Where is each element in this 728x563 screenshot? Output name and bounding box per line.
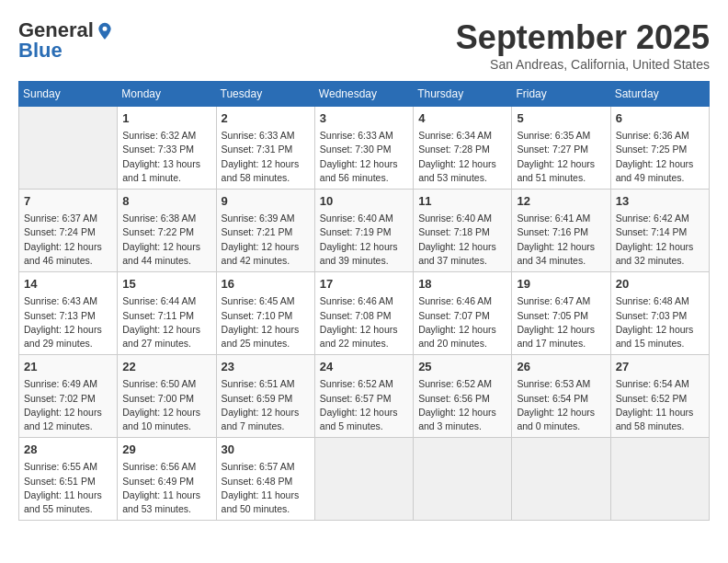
calendar-cell: 18Sunrise: 6:46 AM Sunset: 7:07 PM Dayli… bbox=[414, 272, 512, 355]
calendar-cell bbox=[414, 438, 512, 521]
day-number: 2 bbox=[222, 110, 310, 127]
calendar-cell: 30Sunrise: 6:57 AM Sunset: 6:48 PM Dayli… bbox=[216, 438, 314, 521]
day-number: 29 bbox=[122, 442, 210, 458]
day-number: 20 bbox=[616, 276, 704, 293]
calendar-cell: 7Sunrise: 6:37 AM Sunset: 7:24 PM Daylig… bbox=[19, 190, 118, 272]
day-info: Sunrise: 6:53 AM Sunset: 6:54 PM Dayligh… bbox=[517, 377, 605, 433]
calendar-cell: 12Sunrise: 6:41 AM Sunset: 7:16 PM Dayli… bbox=[512, 190, 610, 272]
page-header: General Blue September 2025 San Andreas,… bbox=[18, 18, 710, 72]
day-number: 25 bbox=[418, 359, 506, 375]
calendar-table: SundayMondayTuesdayWednesdayThursdayFrid… bbox=[18, 81, 710, 521]
day-info: Sunrise: 6:46 AM Sunset: 7:07 PM Dayligh… bbox=[418, 294, 506, 350]
calendar-cell bbox=[610, 438, 709, 521]
day-info: Sunrise: 6:36 AM Sunset: 7:25 PM Dayligh… bbox=[616, 129, 704, 185]
day-info: Sunrise: 6:42 AM Sunset: 7:14 PM Dayligh… bbox=[616, 212, 704, 268]
day-info: Sunrise: 6:43 AM Sunset: 7:13 PM Dayligh… bbox=[24, 294, 112, 350]
calendar-cell: 6Sunrise: 6:36 AM Sunset: 7:25 PM Daylig… bbox=[610, 107, 709, 190]
day-number: 10 bbox=[320, 193, 408, 210]
calendar-cell: 23Sunrise: 6:51 AM Sunset: 6:59 PM Dayli… bbox=[216, 355, 314, 438]
day-info: Sunrise: 6:55 AM Sunset: 6:51 PM Dayligh… bbox=[24, 460, 112, 516]
day-of-week-header: Thursday bbox=[414, 82, 512, 107]
day-of-week-header: Friday bbox=[512, 82, 610, 107]
calendar-cell: 20Sunrise: 6:48 AM Sunset: 7:03 PM Dayli… bbox=[610, 272, 709, 355]
day-number: 6 bbox=[616, 110, 704, 127]
day-info: Sunrise: 6:50 AM Sunset: 7:00 PM Dayligh… bbox=[122, 377, 210, 433]
calendar-week-row: 28Sunrise: 6:55 AM Sunset: 6:51 PM Dayli… bbox=[19, 438, 710, 521]
day-number: 4 bbox=[418, 110, 506, 127]
day-info: Sunrise: 6:52 AM Sunset: 6:56 PM Dayligh… bbox=[418, 377, 506, 433]
day-number: 26 bbox=[517, 359, 605, 375]
day-number: 9 bbox=[222, 193, 310, 210]
calendar-cell: 17Sunrise: 6:46 AM Sunset: 7:08 PM Dayli… bbox=[314, 272, 413, 355]
title-block: September 2025 San Andreas, California, … bbox=[456, 18, 710, 72]
calendar-cell: 8Sunrise: 6:38 AM Sunset: 7:22 PM Daylig… bbox=[118, 190, 216, 272]
day-info: Sunrise: 6:41 AM Sunset: 7:16 PM Dayligh… bbox=[517, 212, 605, 268]
day-info: Sunrise: 6:39 AM Sunset: 7:21 PM Dayligh… bbox=[222, 212, 310, 268]
logo-blue: Blue bbox=[18, 39, 63, 63]
logo-icon bbox=[96, 21, 114, 40]
day-number: 5 bbox=[517, 110, 605, 127]
day-number: 18 bbox=[418, 276, 506, 293]
month-title: September 2025 bbox=[456, 18, 710, 57]
day-number: 3 bbox=[320, 110, 408, 127]
day-info: Sunrise: 6:47 AM Sunset: 7:05 PM Dayligh… bbox=[517, 294, 605, 350]
calendar-week-row: 1Sunrise: 6:32 AM Sunset: 7:33 PM Daylig… bbox=[19, 107, 710, 190]
day-info: Sunrise: 6:35 AM Sunset: 7:27 PM Dayligh… bbox=[517, 129, 605, 185]
day-info: Sunrise: 6:33 AM Sunset: 7:30 PM Dayligh… bbox=[320, 129, 408, 185]
calendar-cell bbox=[512, 438, 610, 521]
day-number: 17 bbox=[320, 276, 408, 293]
calendar-cell: 26Sunrise: 6:53 AM Sunset: 6:54 PM Dayli… bbox=[512, 355, 610, 438]
day-info: Sunrise: 6:49 AM Sunset: 7:02 PM Dayligh… bbox=[24, 377, 112, 433]
calendar-cell: 15Sunrise: 6:44 AM Sunset: 7:11 PM Dayli… bbox=[118, 272, 216, 355]
calendar-header-row: SundayMondayTuesdayWednesdayThursdayFrid… bbox=[19, 82, 710, 107]
calendar-week-row: 14Sunrise: 6:43 AM Sunset: 7:13 PM Dayli… bbox=[19, 272, 710, 355]
calendar-cell: 3Sunrise: 6:33 AM Sunset: 7:30 PM Daylig… bbox=[314, 107, 413, 190]
day-number: 11 bbox=[418, 193, 506, 210]
location: San Andreas, California, United States bbox=[456, 57, 710, 72]
calendar-cell: 14Sunrise: 6:43 AM Sunset: 7:13 PM Dayli… bbox=[19, 272, 118, 355]
calendar-cell: 19Sunrise: 6:47 AM Sunset: 7:05 PM Dayli… bbox=[512, 272, 610, 355]
day-info: Sunrise: 6:54 AM Sunset: 6:52 PM Dayligh… bbox=[616, 377, 704, 433]
day-number: 21 bbox=[24, 359, 112, 375]
day-number: 22 bbox=[122, 359, 210, 375]
logo: General Blue bbox=[18, 18, 114, 63]
day-info: Sunrise: 6:33 AM Sunset: 7:31 PM Dayligh… bbox=[222, 129, 310, 185]
calendar-cell: 10Sunrise: 6:40 AM Sunset: 7:19 PM Dayli… bbox=[314, 190, 413, 272]
day-number: 28 bbox=[24, 442, 112, 458]
calendar-cell: 5Sunrise: 6:35 AM Sunset: 7:27 PM Daylig… bbox=[512, 107, 610, 190]
calendar-cell: 1Sunrise: 6:32 AM Sunset: 7:33 PM Daylig… bbox=[118, 107, 216, 190]
day-info: Sunrise: 6:40 AM Sunset: 7:19 PM Dayligh… bbox=[320, 212, 408, 268]
day-info: Sunrise: 6:56 AM Sunset: 6:49 PM Dayligh… bbox=[122, 460, 210, 516]
calendar-cell: 2Sunrise: 6:33 AM Sunset: 7:31 PM Daylig… bbox=[216, 107, 314, 190]
day-number: 27 bbox=[616, 359, 704, 375]
day-number: 24 bbox=[320, 359, 408, 375]
day-info: Sunrise: 6:57 AM Sunset: 6:48 PM Dayligh… bbox=[222, 460, 310, 516]
calendar-cell: 24Sunrise: 6:52 AM Sunset: 6:57 PM Dayli… bbox=[314, 355, 413, 438]
day-info: Sunrise: 6:32 AM Sunset: 7:33 PM Dayligh… bbox=[122, 129, 210, 185]
day-number: 19 bbox=[517, 276, 605, 293]
day-number: 15 bbox=[122, 276, 210, 293]
day-of-week-header: Wednesday bbox=[314, 82, 413, 107]
day-of-week-header: Sunday bbox=[19, 82, 118, 107]
day-number: 16 bbox=[222, 276, 310, 293]
day-number: 23 bbox=[222, 359, 310, 375]
calendar-cell: 29Sunrise: 6:56 AM Sunset: 6:49 PM Dayli… bbox=[118, 438, 216, 521]
day-of-week-header: Monday bbox=[118, 82, 216, 107]
day-number: 7 bbox=[24, 193, 112, 210]
day-info: Sunrise: 6:44 AM Sunset: 7:11 PM Dayligh… bbox=[122, 294, 210, 350]
calendar-cell: 22Sunrise: 6:50 AM Sunset: 7:00 PM Dayli… bbox=[118, 355, 216, 438]
calendar-cell: 28Sunrise: 6:55 AM Sunset: 6:51 PM Dayli… bbox=[19, 438, 118, 521]
day-info: Sunrise: 6:51 AM Sunset: 6:59 PM Dayligh… bbox=[222, 377, 310, 433]
day-info: Sunrise: 6:48 AM Sunset: 7:03 PM Dayligh… bbox=[616, 294, 704, 350]
day-info: Sunrise: 6:37 AM Sunset: 7:24 PM Dayligh… bbox=[24, 212, 112, 268]
day-number: 8 bbox=[122, 193, 210, 210]
calendar-cell: 4Sunrise: 6:34 AM Sunset: 7:28 PM Daylig… bbox=[414, 107, 512, 190]
day-number: 30 bbox=[222, 442, 310, 458]
calendar-cell: 11Sunrise: 6:40 AM Sunset: 7:18 PM Dayli… bbox=[414, 190, 512, 272]
calendar-cell: 13Sunrise: 6:42 AM Sunset: 7:14 PM Dayli… bbox=[610, 190, 709, 272]
day-number: 14 bbox=[24, 276, 112, 293]
calendar-cell: 25Sunrise: 6:52 AM Sunset: 6:56 PM Dayli… bbox=[414, 355, 512, 438]
calendar-cell: 21Sunrise: 6:49 AM Sunset: 7:02 PM Dayli… bbox=[19, 355, 118, 438]
calendar-cell: 16Sunrise: 6:45 AM Sunset: 7:10 PM Dayli… bbox=[216, 272, 314, 355]
calendar-cell: 27Sunrise: 6:54 AM Sunset: 6:52 PM Dayli… bbox=[610, 355, 709, 438]
